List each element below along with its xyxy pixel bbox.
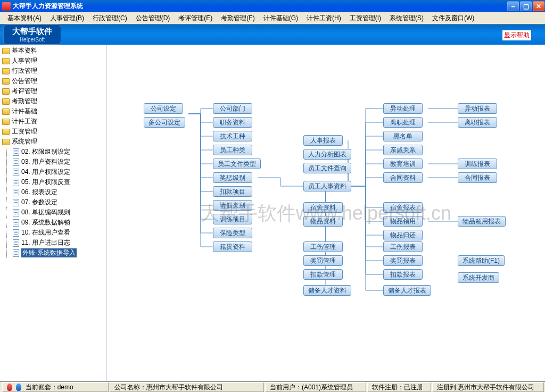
diagram-node[interactable]: 训练项目 [213, 214, 252, 224]
tree-item[interactable]: 06. 报表设定 [2, 187, 104, 197]
diagram-node[interactable]: 系统开发商 [458, 272, 499, 283]
diagram-node[interactable]: 员工人事资料 [303, 181, 351, 191]
diagram-node[interactable]: 合同报表 [458, 172, 497, 183]
menu-item[interactable]: 考评管理(E) [175, 13, 216, 24]
tree-folder[interactable]: 系统管理 [2, 137, 104, 147]
diagram-node[interactable]: 合同资料 [383, 172, 423, 183]
diagram-node[interactable]: 物品资料 [303, 216, 343, 227]
statusbar: 当前账套：demo 公司名称：惠州市大帮手软件有限公司 当前用户：(A001)系… [0, 381, 545, 392]
tree-folder[interactable]: 计件工资 [2, 116, 104, 127]
diagram-node[interactable]: 异动报表 [458, 103, 497, 114]
diagram-node[interactable]: 宿舍报表 [383, 202, 423, 213]
app-icon [2, 2, 11, 11]
diagram-node[interactable]: 宿舍资料 [303, 202, 343, 213]
tree-item[interactable]: 05. 用户权限反查 [2, 177, 104, 187]
diagram-node[interactable]: 训练报表 [458, 159, 497, 169]
diagram-node[interactable]: 储备人才资料 [303, 285, 351, 296]
tree-item[interactable]: 09. 系统数据解锁 [2, 218, 104, 228]
menu-item[interactable]: 基本资料(A) [4, 13, 45, 24]
menu-item[interactable]: 文件及窗口(W) [429, 13, 477, 24]
diagram-node[interactable]: 员工文件查询 [303, 163, 351, 173]
tree-folder[interactable]: 公告管理 [2, 76, 104, 86]
menu-item[interactable]: 行政管理(C) [89, 13, 130, 24]
status-account: 当前账套：demo [2, 382, 109, 392]
menu-item[interactable]: 计件基础(G) [260, 13, 301, 24]
diagram-node[interactable]: 奖惩级别 [213, 172, 252, 183]
diagram-node[interactable]: 奖罚管理 [303, 255, 343, 266]
tree-folder[interactable]: 工资管理 [2, 127, 104, 137]
minimize-button[interactable]: – [507, 1, 519, 11]
tree-folder[interactable]: 基本资料 [2, 46, 104, 56]
status-registration: 软件注册：已注册 [367, 382, 431, 392]
diagram-node[interactable]: 异动处理 [383, 103, 423, 114]
document-icon [13, 239, 19, 247]
tree-folder[interactable]: 考评管理 [2, 86, 104, 96]
folder-icon [2, 78, 10, 85]
diagram-node[interactable]: 籍贯资料 [213, 241, 252, 252]
document-icon [13, 169, 19, 176]
diagram-node[interactable]: 黑名单 [383, 131, 423, 141]
diagram-node[interactable]: 物品领用 [383, 216, 423, 227]
diagram-node[interactable]: 保险类型 [213, 228, 252, 238]
folder-icon [2, 109, 10, 115]
close-button[interactable]: ✕ [533, 1, 544, 11]
diagram-node[interactable]: 工伤管理 [303, 241, 343, 252]
diagram-node[interactable]: 扣款项目 [213, 186, 252, 197]
tree-item[interactable]: 外账-系统数据导入 [2, 248, 104, 258]
document-icon [13, 229, 19, 237]
tree-item[interactable]: 08. 单据编码规则 [2, 207, 104, 218]
diagram-node[interactable]: 人事报表 [303, 135, 343, 146]
diagram-node[interactable]: 人力分析图表 [303, 149, 351, 160]
menu-item[interactable]: 人事管理(B) [47, 13, 87, 24]
diagram-node[interactable]: 系统帮助(F1) [458, 255, 505, 266]
diagram-node[interactable]: 亲戚关系 [383, 145, 423, 155]
diagram-canvas: 公司设定多公司设定公司部门职务资料技术工种员工种类员工文件类型奖惩级别扣款项目请… [106, 45, 545, 381]
diagram-node[interactable]: 教育培训 [383, 159, 423, 169]
diagram-node[interactable]: 储备人才报表 [383, 285, 431, 296]
diagram-node[interactable]: 工伤报表 [383, 241, 423, 252]
diagram-node[interactable]: 离职处理 [383, 117, 423, 128]
person-icon [7, 383, 12, 391]
status-registered-to: 注册到:惠州市大帮手软件有限公司 [432, 382, 544, 392]
status-user: 当前用户：(A001)系统管理员 [265, 382, 366, 392]
diagram-node[interactable]: 扣款报表 [383, 269, 423, 280]
tree-item[interactable]: 10. 在线用户查看 [2, 228, 104, 238]
diagram-node[interactable]: 离职报表 [458, 117, 497, 128]
diagram-node[interactable]: 扣款管理 [303, 269, 343, 280]
diagram-node[interactable]: 物品归还 [383, 230, 423, 240]
diagram-node[interactable]: 员工文件类型 [213, 159, 261, 169]
tree-folder[interactable]: 考勤管理 [2, 96, 104, 106]
window-title: 大帮手人力资源管理系统 [13, 2, 83, 11]
tree-folder[interactable]: 行政管理 [2, 66, 104, 76]
diagram-node[interactable]: 公司部门 [213, 103, 252, 114]
diagram-node[interactable]: 请假类别 [213, 200, 252, 211]
diagram-node[interactable]: 奖罚报表 [383, 255, 423, 266]
tree-item[interactable]: 07. 参数设定 [2, 197, 104, 207]
diagram-node[interactable]: 技术工种 [213, 131, 252, 141]
tree-item[interactable]: 04. 用户权限设定 [2, 167, 104, 177]
tree-item[interactable]: 03. 用户资料设定 [2, 157, 104, 167]
menu-item[interactable]: 计件工资(H) [303, 13, 344, 24]
tree-item[interactable]: 02. 权限组别设定 [2, 147, 104, 157]
menu-item[interactable]: 考勤管理(F) [218, 13, 258, 24]
diagram-node[interactable]: 职务资料 [213, 117, 252, 128]
menubar: 基本资料(A) 人事管理(B) 行政管理(C) 公告管理(D) 考评管理(E) … [0, 12, 545, 24]
tree-folder[interactable]: 计件基础 [2, 106, 104, 116]
diagram-node[interactable]: 多公司设定 [144, 117, 185, 128]
maximize-button[interactable]: ▢ [520, 1, 532, 11]
diagram-node[interactable]: 物品领用报表 [458, 216, 506, 227]
folder-icon [2, 139, 10, 145]
menu-item[interactable]: 公告管理(D) [133, 13, 174, 24]
folder-icon [2, 119, 10, 125]
person-icon [16, 383, 21, 391]
menu-item[interactable]: 系统管理(S) [386, 13, 427, 24]
tree-folder[interactable]: 人事管理 [2, 56, 104, 66]
tree-item[interactable]: 11. 用户进出日志 [2, 238, 104, 248]
menu-item[interactable]: 工资管理(I) [346, 13, 384, 24]
diagram-node[interactable]: 员工种类 [213, 145, 252, 155]
status-company: 公司名称：惠州市大帮手软件有限公司 [110, 382, 264, 392]
folder-icon [2, 88, 10, 95]
diagram-node[interactable]: 公司设定 [144, 103, 183, 114]
logo-bar: 大帮手软件 HelperSoft 显示帮助 [0, 24, 545, 45]
show-help-link[interactable]: 显示帮助 [502, 30, 531, 40]
